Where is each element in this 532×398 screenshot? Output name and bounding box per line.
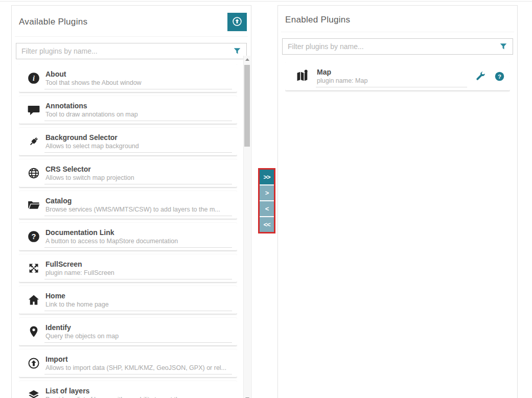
marker-icon (23, 325, 44, 338)
plugin-title: Annotations (45, 102, 232, 110)
scrollbar-thumb[interactable] (244, 65, 250, 147)
question-icon: ? (23, 230, 44, 243)
folder-open-icon (23, 198, 44, 212)
wrench-icon[interactable] (475, 71, 486, 82)
plugin-card-text: Annotations Tool to draw annotations on … (44, 101, 232, 121)
plugin-title: FullScreen (45, 260, 232, 269)
plugin-card[interactable]: i About Tool that shows the About window (19, 64, 237, 92)
move-all-right-button[interactable]: >> (260, 170, 274, 184)
available-filter-input[interactable] (16, 43, 247, 59)
plugin-card-text: Documentation Link A button to access to… (44, 227, 232, 248)
plugin-card[interactable]: Background Selector Allows to select map… (19, 128, 237, 155)
plugin-title: Background Selector (45, 133, 232, 142)
import-icon (23, 357, 44, 370)
filter-icon[interactable] (498, 41, 508, 52)
plugin-card-text: Import Allows to import data (SHP, KML/K… (44, 354, 232, 374)
enabled-plugins-list: Map plugin name: Map ? (285, 62, 510, 398)
plugin-card-text: List of layers Provides a list of layers… (44, 386, 232, 398)
plugin-description: Provides a list of layers with capabilit… (45, 396, 232, 398)
plugin-card[interactable]: Catalog Browse services (WMS/WMTS/CSW) t… (19, 191, 237, 219)
comment-icon (23, 103, 44, 116)
info-icon: i (23, 72, 44, 85)
plugin-card-text: Identify Query the objects on map (44, 322, 232, 343)
available-plugins-panel: Available Plugins i About Tool that show… (11, 5, 251, 398)
plugin-title: Identify (45, 323, 232, 332)
plugin-description: plugin name: Map (317, 77, 467, 84)
home-icon (23, 293, 44, 307)
plugin-card-text: Background Selector Allows to select map… (44, 132, 232, 153)
plugin-description: Tool to draw annotations on map (45, 111, 232, 118)
map-icon (289, 68, 316, 84)
plugin-title: Import (45, 355, 232, 364)
plugin-description: Link to the home page (45, 301, 232, 308)
plugin-card-text: Home Link to the home page (44, 291, 232, 311)
plugin-title: Home (45, 292, 232, 300)
plugin-title: About (45, 70, 232, 79)
plugin-description: Query the objects on map (45, 333, 232, 340)
plugin-card[interactable]: CRS Selector Allows to switch map projec… (19, 159, 237, 187)
plugin-card[interactable]: FullScreen plugin name: FullScreen (19, 254, 237, 282)
svg-text:i: i (33, 74, 35, 82)
help-icon[interactable]: ? (494, 71, 505, 82)
plugin-card[interactable]: ? Documentation Link A button to access … (19, 223, 237, 250)
plug-icon (23, 135, 44, 148)
enabled-filter-input[interactable] (282, 38, 513, 55)
available-list-scrollbar[interactable] (243, 56, 250, 398)
enabled-plugins-header: Enabled Plugins (281, 12, 514, 32)
svg-text:?: ? (498, 73, 501, 79)
plugin-card-text: FullScreen plugin name: FullScreen (44, 259, 232, 279)
move-right-button[interactable]: > (260, 185, 274, 200)
plugin-description: plugin name: FullScreen (45, 269, 232, 276)
plugin-card[interactable]: Home Link to the home page (19, 286, 237, 314)
plugin-description: A button to access to MapStore documenta… (45, 238, 232, 245)
add-plugin-button[interactable] (227, 13, 247, 31)
layers-icon (23, 388, 44, 398)
scroll-up-arrow-icon[interactable] (244, 56, 250, 63)
move-all-left-button[interactable]: << (260, 217, 274, 232)
filter-icon[interactable] (232, 46, 242, 56)
fullscreen-icon (23, 262, 44, 275)
plugin-description: Tool that shows the About window (45, 79, 232, 86)
move-left-button[interactable]: < (260, 201, 274, 216)
enabled-filter-row (282, 38, 513, 55)
plugin-card[interactable]: Identify Query the objects on map (19, 318, 237, 345)
available-plugins-list: i About Tool that shows the About window… (19, 64, 237, 398)
plugin-card-text: Map plugin name: Map (316, 67, 467, 87)
svg-text:?: ? (32, 232, 36, 241)
transfer-buttons-highlight: >>><<< (258, 168, 275, 233)
available-filter-row (16, 43, 247, 59)
enabled-plugins-title: Enabled Plugins (285, 15, 350, 25)
plugin-card[interactable]: Annotations Tool to draw annotations on … (19, 96, 237, 124)
plugin-card-text: About Tool that shows the About window (44, 69, 232, 89)
plugin-title: Catalog (45, 197, 232, 205)
plugin-description: Browse services (WMS/WMTS/CSW) to add la… (45, 206, 232, 213)
enabled-plugins-panel: Enabled Plugins Map plugin name: Map ? (277, 5, 518, 398)
scroll-down-arrow-icon[interactable] (244, 395, 250, 398)
plugin-title: List of layers (45, 387, 232, 395)
plugin-description: Allows to switch map projection (45, 174, 232, 181)
plugin-title: CRS Selector (45, 165, 232, 174)
globe-icon (23, 167, 44, 180)
plugin-card[interactable]: Import Allows to import data (SHP, KML/K… (19, 349, 237, 377)
plugin-description: Allows to select map background (45, 143, 232, 150)
available-plugins-title: Available Plugins (19, 17, 87, 27)
plugin-card[interactable]: Map plugin name: Map ? (285, 62, 510, 90)
plugin-card-text: CRS Selector Allows to switch map projec… (44, 164, 232, 184)
plugin-title: Documentation Link (45, 228, 232, 237)
plugin-card-text: Catalog Browse services (WMS/WMTS/CSW) t… (44, 196, 232, 216)
plugin-card[interactable]: List of layers Provides a list of layers… (19, 381, 237, 398)
plugin-title: Map (317, 68, 467, 77)
upload-circle-icon (232, 16, 243, 29)
page-top-divider (0, 1, 532, 2)
available-plugins-header: Available Plugins (15, 12, 248, 37)
plugin-description: Allows to import data (SHP, KML/KMZ, Geo… (45, 364, 232, 371)
